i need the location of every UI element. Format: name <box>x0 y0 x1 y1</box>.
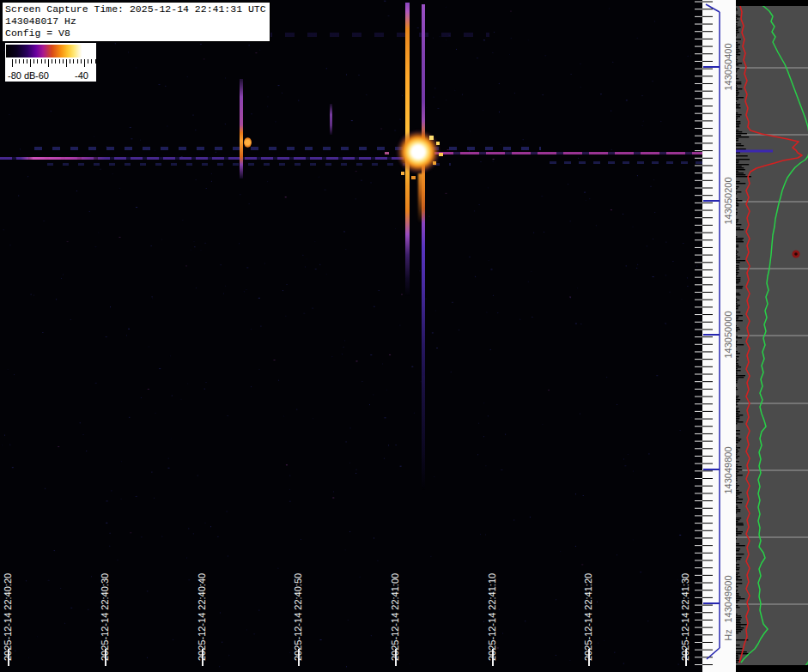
noise-histogram-bar <box>736 440 740 441</box>
noise-histogram-bar <box>736 82 741 82</box>
noise-histogram-bar <box>736 267 739 268</box>
noise-histogram-bar <box>736 397 738 398</box>
noise-histogram-bar <box>736 88 742 89</box>
noise-histogram-bar <box>736 633 738 633</box>
frequency-axis-label: 143050400 <box>723 43 734 90</box>
noise-histogram-bar <box>736 188 738 189</box>
noise-histogram-bar <box>736 593 739 594</box>
color-scale-tick <box>95 59 96 64</box>
noise-histogram-bar <box>736 133 747 134</box>
noise-histogram-bar <box>736 312 740 312</box>
noise-histogram-bar <box>736 145 744 146</box>
noise-histogram-bar <box>736 368 738 369</box>
noise-histogram-bar <box>736 607 740 608</box>
noise-histogram-bar <box>736 382 738 383</box>
noise-histogram-bar <box>736 590 738 590</box>
noise-histogram-bar <box>736 318 738 319</box>
color-gradient <box>6 45 94 58</box>
color-scale-db-label: -40 <box>75 70 88 81</box>
frequency-axis-label: 143049600 <box>723 575 734 622</box>
noise-histogram-bar <box>736 126 739 127</box>
noise-histogram-bar <box>736 293 739 294</box>
noise-histogram-bar <box>736 487 738 487</box>
noise-histogram-bar <box>736 272 739 273</box>
freq-axis-bracket-bottom <box>707 648 720 659</box>
noise-histogram-bar <box>736 492 742 493</box>
noise-histogram-bar <box>736 449 738 450</box>
noise-histogram-bar <box>736 375 745 376</box>
noise-histogram-bar <box>736 596 741 597</box>
frequency-axis-label: 143050000 <box>723 311 734 358</box>
noise-histogram-bar <box>736 377 744 378</box>
noise-histogram-bar <box>736 198 738 199</box>
noise-histogram-bar <box>736 574 738 575</box>
noise-histogram-bar <box>736 54 740 55</box>
noise-histogram-bar <box>736 507 738 508</box>
noise-histogram-bar <box>736 327 739 328</box>
noise-histogram-bar <box>736 564 739 565</box>
noise-histogram-bar <box>736 651 747 652</box>
noise-histogram-bar <box>736 70 738 70</box>
noise-histogram-bar <box>736 94 738 94</box>
noise-histogram-bar <box>736 44 740 45</box>
noise-histogram-bar <box>736 329 740 330</box>
noise-histogram-bar <box>736 155 748 156</box>
noise-histogram-bar <box>736 483 738 484</box>
noise-histogram-bar <box>736 229 744 230</box>
noise-histogram-bar <box>736 413 738 414</box>
waterfall-spectrogram: 2025-12-14 22:40:202025-12-14 22:40:3020… <box>0 0 704 672</box>
noise-histogram-bar <box>736 617 742 618</box>
noise-histogram-bar <box>736 183 745 184</box>
noise-histogram-bar <box>736 415 743 415</box>
noise-histogram-bar <box>736 200 742 201</box>
noise-histogram-bar <box>736 433 740 434</box>
noise-histogram-bar <box>736 78 738 79</box>
noise-histogram-bar <box>736 173 744 173</box>
noise-histogram-bar <box>736 584 737 585</box>
noise-histogram-bar <box>736 51 741 51</box>
noise-histogram-bar <box>736 164 749 165</box>
noise-histogram-bar <box>736 619 741 620</box>
noise-histogram-bar <box>736 90 738 91</box>
noise-histogram-bar <box>736 533 742 534</box>
noise-histogram-bar <box>736 106 739 106</box>
noise-histogram-bar <box>736 68 739 69</box>
noise-histogram-bar <box>736 622 741 623</box>
noise-histogram-bar <box>736 167 744 168</box>
noise-histogram-bar <box>736 543 739 544</box>
frequency-axis-background <box>702 0 736 672</box>
spectrum-graph-panel <box>736 0 808 672</box>
noise-histogram-bar <box>736 63 742 64</box>
noise-histogram-bar <box>736 445 737 446</box>
noise-histogram-bar <box>736 506 738 506</box>
noise-histogram-bar <box>736 583 742 584</box>
config-text: Config = V8 <box>5 27 266 39</box>
noise-histogram-bar <box>736 341 738 342</box>
noise-histogram-bar <box>736 121 740 122</box>
noise-histogram-bar <box>736 408 738 409</box>
noise-histogram-bar <box>736 114 742 115</box>
noise-histogram-bar <box>736 300 739 300</box>
noise-histogram-bar <box>736 554 744 554</box>
noise-histogram-bar <box>736 275 737 276</box>
noise-histogram-bar <box>736 222 738 223</box>
color-scale-tick <box>73 59 74 64</box>
noise-histogram-bar <box>736 401 739 402</box>
noise-histogram-bar <box>736 270 738 271</box>
noise-histogram-bar <box>736 174 745 175</box>
noise-histogram-bar <box>736 193 737 194</box>
noise-histogram-bar <box>736 47 738 48</box>
noise-histogram-bar <box>736 404 738 405</box>
time-axis-label: 2025-12-14 22:40:40 <box>197 573 208 661</box>
noise-histogram-bar <box>736 224 741 225</box>
noise-histogram-bar <box>736 35 737 36</box>
noise-histogram-bar <box>736 365 739 366</box>
noise-histogram-bar <box>736 627 744 628</box>
noise-histogram-bar <box>736 9 738 10</box>
noise-histogram-bar <box>736 437 738 438</box>
frequency-axis-label: 143050200 <box>723 177 734 224</box>
noise-histogram-bar <box>736 269 739 269</box>
noise-histogram-bar <box>736 251 738 252</box>
noise-histogram-bar <box>736 447 740 448</box>
noise-histogram-bar <box>736 107 741 108</box>
